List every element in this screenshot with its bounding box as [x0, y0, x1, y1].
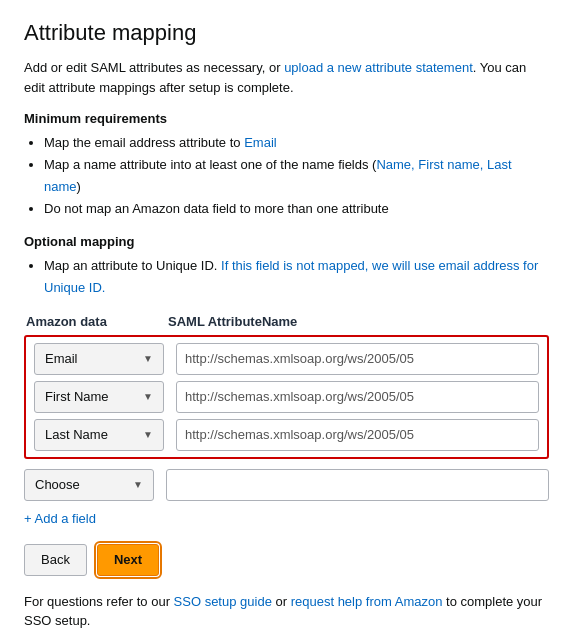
upload-attribute-link[interactable]: upload a new attribute statement	[284, 60, 473, 75]
choose-dropdown[interactable]: Choose ▼	[24, 469, 154, 501]
optional-mapping-row: Choose ▼	[24, 469, 549, 501]
email-dropdown[interactable]: Email ▼	[34, 343, 164, 375]
minimum-requirements-heading: Minimum requirements	[24, 111, 549, 126]
minimum-requirements-list: Map the email address attribute to Email…	[44, 132, 549, 220]
req-item-1: Map the email address attribute to Email	[44, 132, 549, 154]
chevron-down-icon: ▼	[133, 479, 143, 490]
optional-item-1: Map an attribute to Unique ID. If this f…	[44, 255, 549, 299]
optional-mapping-heading: Optional mapping	[24, 234, 549, 249]
back-button[interactable]: Back	[24, 544, 87, 576]
unique-id-link[interactable]: If this field is not mapped, we will use…	[44, 258, 538, 295]
add-field-link[interactable]: + Add a field	[24, 511, 96, 526]
page-title: Attribute mapping	[24, 20, 549, 46]
chevron-down-icon: ▼	[143, 353, 153, 364]
saml-attribute-header: SAML AttributeName	[168, 314, 549, 329]
lastname-dropdown[interactable]: Last Name ▼	[34, 419, 164, 451]
intro-paragraph: Add or edit SAML attributes as necessary…	[24, 58, 549, 97]
table-row: Last Name ▼	[34, 419, 539, 451]
table-row: First Name ▼	[34, 381, 539, 413]
chevron-down-icon: ▼	[143, 391, 153, 402]
sso-guide-link[interactable]: SSO setup guide	[174, 594, 272, 609]
table-headers: Amazon data SAML AttributeName	[24, 314, 549, 329]
email-saml-input[interactable]	[176, 343, 539, 375]
optional-mapping-list: Map an attribute to Unique ID. If this f…	[44, 255, 549, 299]
email-link[interactable]: Email	[244, 135, 277, 150]
required-mapping-rows: Email ▼ First Name ▼ Last Name ▼	[24, 335, 549, 459]
table-row: Email ▼	[34, 343, 539, 375]
next-button[interactable]: Next	[97, 544, 159, 576]
firstname-saml-input[interactable]	[176, 381, 539, 413]
request-help-link[interactable]: request help from Amazon	[291, 594, 443, 609]
name-fields-link[interactable]: Name, First name, Last name	[44, 157, 512, 194]
button-row: Back Next	[24, 544, 549, 576]
req-item-3: Do not map an Amazon data field to more …	[44, 198, 549, 220]
chevron-down-icon: ▼	[143, 429, 153, 440]
amazon-data-header: Amazon data	[26, 314, 156, 329]
firstname-dropdown[interactable]: First Name ▼	[34, 381, 164, 413]
optional-saml-input[interactable]	[166, 469, 549, 501]
req-item-2: Map a name attribute into at least one o…	[44, 154, 549, 198]
footer-text: For questions refer to our SSO setup gui…	[24, 592, 549, 629]
lastname-saml-input[interactable]	[176, 419, 539, 451]
